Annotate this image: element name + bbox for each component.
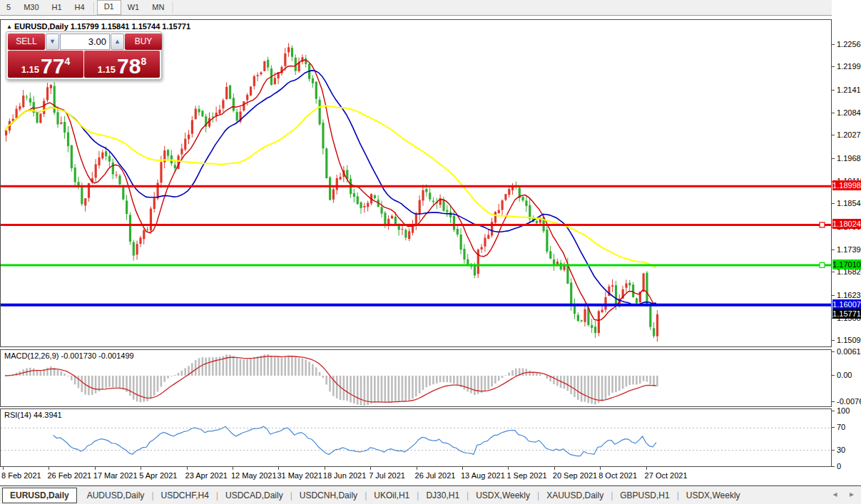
date-tick: [95, 467, 96, 470]
date-label: 18 Jun 2021: [323, 471, 367, 480]
tab-gbpusd-h1[interactable]: GBPUSD,H1: [613, 488, 676, 503]
rsi-chart-canvas[interactable]: [1, 409, 831, 466]
tab-usdcad-daily[interactable]: USDCAD,Daily: [218, 488, 290, 503]
sell-price-big: 77: [41, 56, 64, 76]
tab-usdx-weekly[interactable]: USDX,Weekly: [469, 488, 537, 503]
axis-tick: [832, 66, 835, 67]
axis-tick: [832, 295, 835, 296]
date-label: 7 Jul 2021: [369, 471, 405, 480]
timeframe-button-h4[interactable]: H4: [68, 1, 91, 14]
axis-tick: [832, 466, 835, 467]
date-tick: [462, 467, 463, 470]
tab-eurusd-daily[interactable]: EURUSD,Daily: [2, 488, 77, 503]
toolbar-separator: [173, 2, 174, 14]
timeframe-button-w1[interactable]: W1: [121, 1, 146, 14]
buy-price-box[interactable]: 1.15 78 8: [84, 51, 160, 78]
date-tick: [325, 467, 325, 470]
date-tick: [508, 467, 509, 470]
price-level-label-resistance-1: 1.18998: [832, 180, 861, 190]
macd-tick-label: 0.006193: [837, 347, 861, 356]
date-label: 26 Feb 2021: [47, 471, 91, 480]
axis-tick: [832, 113, 835, 113]
date-label: 8 Oct 2021: [598, 471, 637, 480]
rsi-tick-label: 70: [837, 423, 845, 431]
tab-scroll-right-icon[interactable]: ▸: [850, 489, 854, 499]
timeframe-button-d1[interactable]: D1: [97, 0, 121, 15]
date-label: 26 Jul 2021: [415, 471, 456, 480]
date-tick: [3, 467, 4, 470]
price-tick-label: 1.20840: [837, 108, 861, 117]
axis-tick: [832, 401, 835, 402]
date-label: 1 Sep 2021: [506, 471, 546, 480]
tab-scroll-arrows: ◂ ▸: [823, 489, 854, 499]
date-tick: [417, 467, 417, 470]
price-axis: 1.225651.219951.214101.208401.202701.196…: [832, 0, 861, 485]
timeframe-button-h1[interactable]: H1: [46, 1, 68, 14]
timeframe-button-5[interactable]: 5: [0, 1, 17, 14]
macd-label: MACD(12,26,9) -0.001730 -0.001499: [4, 351, 134, 360]
price-level-label-current-price: 1.15771: [832, 309, 861, 319]
axis-tick: [832, 411, 835, 411]
macd-tick-label: -0.007621: [837, 397, 861, 406]
rsi-tick-label: 30: [837, 446, 845, 454]
date-label: 8 Feb 2021: [1, 471, 41, 480]
axis-tick: [832, 44, 835, 45]
chart-symbol-label: EURUSD,Daily: [14, 22, 68, 31]
axis-tick: [832, 427, 835, 428]
date-tick: [646, 467, 647, 470]
axis-tick: [832, 135, 835, 135]
buy-price-big: 78: [117, 56, 141, 76]
date-tick: [554, 467, 555, 470]
buy-button[interactable]: BUY: [125, 34, 162, 50]
price-tick-label: 1.18545: [837, 199, 861, 207]
sell-price-prefix: 1.15: [21, 63, 39, 76]
tab-ukoil-h1[interactable]: UKOil,H1: [367, 488, 417, 503]
date-label: 31 May 2021: [277, 471, 322, 480]
collapse-triangle-icon[interactable]: ▲: [6, 24, 12, 30]
mt4-window: { "toolbar": { "items": [ {"label": "5"}…: [0, 0, 861, 504]
date-axis: 8 Feb 202126 Feb 202117 Mar 20215 Apr 20…: [0, 467, 830, 485]
tab-dj30-h1[interactable]: DJ30,H1: [419, 488, 467, 503]
tab-xauusd-daily[interactable]: XAUUSD,Daily: [539, 488, 611, 503]
axis-tick: [832, 90, 835, 91]
date-label: 27 Oct 2021: [645, 471, 688, 480]
tab-usdchf-h4[interactable]: USDCHF,H4: [154, 488, 216, 503]
tab-audusd-daily[interactable]: AUDUSD,Daily: [80, 488, 152, 503]
sell-price-box[interactable]: 1.15 77 4: [8, 51, 83, 78]
axis-tick: [832, 272, 835, 272]
price-tick-label: 1.21995: [837, 62, 861, 71]
date-label: 13 Aug 2021: [461, 471, 505, 480]
rsi-tick-label: 0: [837, 462, 841, 470]
rsi-label: RSI(14) 44.3941: [4, 411, 62, 419]
volume-up-button[interactable]: ▲: [111, 34, 124, 50]
price-tick-label: 1.16235: [837, 291, 861, 299]
axis-tick: [832, 351, 835, 352]
date-tick: [278, 467, 279, 470]
date-label: 23 Apr 2021: [185, 471, 228, 480]
chart-title: ▲ EURUSD,Daily 1.15799 1.15841 1.15744 1…: [6, 22, 190, 31]
tab-usdcnh-daily[interactable]: USDCNH,Daily: [292, 488, 365, 503]
sell-button[interactable]: SELL: [8, 34, 45, 50]
price-tick-label: 1.15095: [837, 336, 861, 344]
macd-tick-label: 0.00: [837, 371, 852, 379]
timeframe-button-m30[interactable]: M30: [17, 1, 45, 14]
date-tick: [233, 467, 233, 470]
date-tick: [370, 467, 371, 470]
tab-scroll-left-icon[interactable]: ◂: [833, 489, 837, 499]
rsi-tick-label: 100: [837, 406, 850, 415]
timeframe-button-mn[interactable]: MN: [146, 1, 170, 14]
date-label: 20 Sep 2021: [553, 471, 597, 480]
date-tick: [49, 467, 49, 470]
volume-input[interactable]: [60, 34, 110, 50]
toolbar-separator: [93, 2, 95, 14]
axis-tick: [832, 158, 835, 159]
one-click-trade-panel: SELL ▼ ▲ BUY 1.15 77 4 1.15 78 8: [6, 31, 162, 80]
volume-down-button[interactable]: ▼: [46, 34, 59, 50]
macd-panel[interactable]: MACD(12,26,9) -0.001730 -0.001499: [0, 349, 832, 407]
timeframe-toolbar: 5M30H1H4D1W1MN: [0, 0, 861, 16]
chart-ohlc-values: 1.15799 1.15841 1.15744 1.15771: [71, 22, 190, 31]
buy-price-prefix: 1.15: [98, 63, 116, 76]
tab-usdx-weekly[interactable]: USDX,Weekly: [679, 488, 748, 503]
rsi-panel[interactable]: RSI(14) 44.3941: [0, 408, 832, 467]
price-tick-label: 1.22565: [837, 40, 861, 48]
